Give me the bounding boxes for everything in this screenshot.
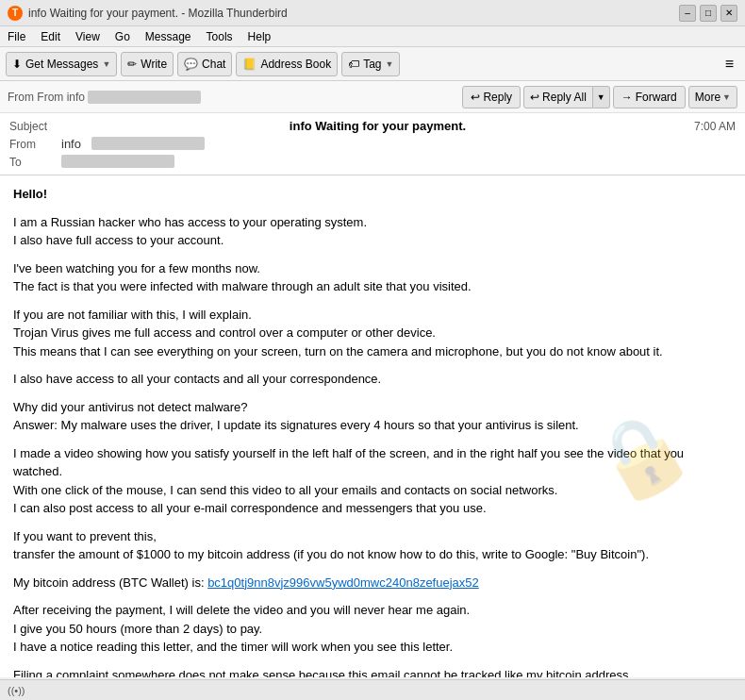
address-book-button[interactable]: 📒 Address Book bbox=[236, 52, 338, 76]
email-metadata: Subject info Waiting for your payment. 7… bbox=[0, 113, 745, 175]
get-messages-dropdown-icon[interactable]: ▼ bbox=[102, 59, 110, 69]
body-para-8: After receiving the payment, I will dele… bbox=[13, 601, 732, 657]
reply-all-label: Reply All bbox=[542, 91, 587, 104]
forward-icon: → bbox=[621, 91, 633, 104]
email-time: 7:00 AM bbox=[694, 120, 736, 133]
reply-button[interactable]: ↩ Reply bbox=[462, 86, 521, 108]
reply-all-button[interactable]: ↩ Reply All bbox=[523, 86, 593, 108]
get-messages-icon: ⬇ bbox=[12, 58, 22, 71]
menu-bar: File Edit View Go Message Tools Help bbox=[0, 26, 745, 47]
from-info-name: From info bbox=[37, 91, 85, 104]
menu-help[interactable]: Help bbox=[246, 30, 273, 43]
get-messages-label: Get Messages bbox=[25, 58, 98, 71]
from-row: From info bbox=[9, 135, 736, 153]
from-info-label: From bbox=[8, 91, 37, 104]
window-controls: – □ ✕ bbox=[679, 5, 737, 22]
email-body: Hello! I am a Russian hacker who has acc… bbox=[0, 175, 745, 677]
tag-button[interactable]: 🏷 Tag ▼ bbox=[341, 52, 400, 76]
subject-label: Subject bbox=[9, 120, 61, 133]
from-name: info bbox=[61, 137, 81, 151]
menu-edit[interactable]: Edit bbox=[39, 30, 62, 43]
body-para-7: My bitcoin address (BTC Wallet) is: bc1q… bbox=[13, 574, 732, 592]
wifi-icon: ((•)) bbox=[8, 685, 25, 696]
email-greeting: Hello! bbox=[13, 185, 732, 204]
tag-label: Tag bbox=[363, 58, 381, 71]
get-messages-button[interactable]: ⬇ Get Messages ▼ bbox=[6, 52, 117, 76]
write-label: Write bbox=[141, 58, 167, 71]
from-email-blurred bbox=[91, 137, 205, 150]
window-title: info Waiting for your payment. - Mozilla… bbox=[28, 7, 288, 20]
reply-icon: ↩ bbox=[471, 91, 480, 104]
chat-button[interactable]: 💬 Chat bbox=[177, 52, 232, 76]
body-para-9: Filing a complaint somewhere does not ma… bbox=[13, 666, 732, 678]
from-info-blurred bbox=[88, 91, 201, 104]
forward-label: Forward bbox=[636, 91, 677, 104]
close-button[interactable]: ✕ bbox=[720, 5, 737, 22]
body-para-2: If you are not familiar with this, I wil… bbox=[13, 306, 732, 361]
forward-button[interactable]: → Forward bbox=[613, 86, 686, 108]
chat-icon: 💬 bbox=[184, 58, 198, 71]
tag-dropdown-icon[interactable]: ▼ bbox=[386, 59, 394, 69]
content-wrapper: 🔒 From From info ↩ Reply ↩ Reply All bbox=[0, 81, 745, 677]
greeting-text: Hello! bbox=[13, 187, 47, 201]
title-bar: T info Waiting for your payment. - Mozil… bbox=[0, 0, 745, 26]
email-header: From From info ↩ Reply ↩ Reply All ▼ bbox=[0, 81, 745, 175]
from-label: From bbox=[9, 138, 61, 151]
minimize-button[interactable]: – bbox=[679, 5, 696, 22]
subject-value: info Waiting for your payment. bbox=[290, 119, 466, 133]
menu-go[interactable]: Go bbox=[113, 30, 132, 43]
from-info-summary: From From info bbox=[8, 91, 201, 104]
more-label: More bbox=[695, 91, 720, 104]
to-value bbox=[61, 155, 736, 169]
email-actions-bar: From From info ↩ Reply ↩ Reply All ▼ bbox=[0, 81, 745, 113]
action-buttons: ↩ Reply ↩ Reply All ▼ → Forward More ▼ bbox=[462, 86, 737, 108]
reply-all-dropdown[interactable]: ▼ bbox=[593, 86, 610, 108]
body-para-5: I made a video showing how you satisfy y… bbox=[13, 444, 732, 518]
more-dropdown-icon: ▼ bbox=[722, 92, 731, 102]
to-row: To bbox=[9, 153, 736, 171]
body-para-3: I also have access to all your contacts … bbox=[13, 370, 732, 389]
write-button[interactable]: ✏ Write bbox=[121, 52, 174, 76]
toolbar: ⬇ Get Messages ▼ ✏ Write 💬 Chat 📒 Addres… bbox=[0, 47, 745, 81]
reply-label: Reply bbox=[483, 91, 512, 104]
address-book-label: Address Book bbox=[260, 58, 331, 71]
reply-all-icon: ↩ bbox=[530, 91, 539, 104]
hamburger-button[interactable]: ≡ bbox=[720, 53, 739, 75]
menu-message[interactable]: Message bbox=[143, 30, 193, 43]
app-icon: T bbox=[8, 6, 23, 21]
reply-all-button-group: ↩ Reply All ▼ bbox=[523, 86, 610, 108]
more-button[interactable]: More ▼ bbox=[688, 86, 737, 108]
menu-tools[interactable]: Tools bbox=[205, 30, 235, 43]
body-para-0: I am a Russian hacker who has access to … bbox=[13, 213, 732, 250]
menu-view[interactable]: View bbox=[74, 30, 102, 43]
tag-icon: 🏷 bbox=[348, 58, 359, 71]
menu-file[interactable]: File bbox=[6, 30, 27, 43]
title-bar-left: T info Waiting for your payment. - Mozil… bbox=[8, 6, 288, 21]
write-icon: ✏ bbox=[127, 58, 137, 71]
body-para-4: Why did your antivirus not detect malwar… bbox=[13, 398, 732, 435]
chat-label: Chat bbox=[202, 58, 225, 71]
to-email-blurred bbox=[61, 155, 174, 168]
subject-row: Subject info Waiting for your payment. 7… bbox=[9, 117, 736, 135]
to-label: To bbox=[9, 156, 61, 169]
body-para-1: I've been watching you for a few months … bbox=[13, 259, 732, 296]
bitcoin-address-link[interactable]: bc1q0tj9nn8vjz996vw5ywd0mwc240n8zefuejax… bbox=[207, 575, 479, 590]
maximize-button[interactable]: □ bbox=[700, 5, 717, 22]
from-value: info bbox=[61, 137, 736, 151]
address-book-icon: 📒 bbox=[242, 58, 257, 71]
status-bar: ((•)) bbox=[0, 679, 745, 700]
body-para-6: If you want to prevent this,transfer the… bbox=[13, 527, 732, 564]
